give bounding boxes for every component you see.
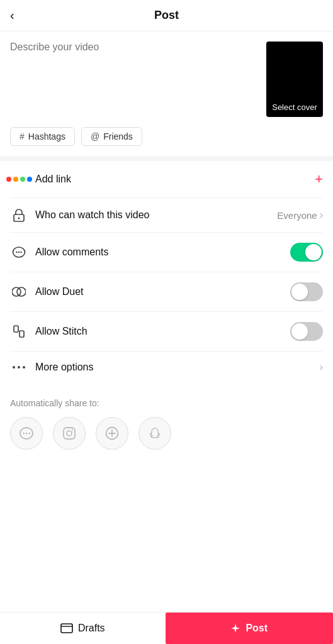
who-can-watch-right: Everyone › — [277, 209, 323, 221]
toggle-thumb-duet — [291, 284, 308, 300]
sparkle-icon — [230, 623, 240, 633]
more-options-label: More options — [35, 362, 320, 373]
more-options-icon — [10, 365, 28, 369]
more-options-right: › — [320, 362, 323, 373]
page-title: Post — [154, 9, 179, 22]
header: ‹ Post — [0, 0, 333, 31]
svg-point-16 — [28, 433, 30, 435]
link-icon — [10, 177, 28, 182]
svg-point-7 — [17, 287, 26, 296]
messages-share-button[interactable] — [10, 417, 43, 450]
add-link-row[interactable]: Add link + — [10, 161, 323, 198]
drafts-button[interactable]: Drafts — [0, 613, 166, 644]
more-options-row[interactable]: More options › — [10, 352, 323, 383]
allow-comments-label: Allow comments — [35, 247, 290, 258]
svg-point-14 — [23, 433, 25, 435]
allow-stitch-row: Allow Stitch — [10, 312, 323, 352]
who-can-watch-label: Who can watch this video — [35, 209, 277, 221]
tag-row: # Hashtags @ Friends — [0, 127, 333, 156]
svg-rect-9 — [20, 331, 24, 337]
svg-point-1 — [18, 218, 20, 219]
stitch-icon — [10, 325, 28, 338]
svg-point-5 — [20, 252, 21, 253]
description-area: Select cover — [0, 31, 333, 127]
more-options-chevron-icon: › — [320, 362, 323, 373]
who-can-watch-value: Everyone — [277, 210, 317, 221]
allow-stitch-toggle[interactable] — [290, 322, 323, 341]
svg-rect-23 — [61, 624, 72, 633]
svg-point-11 — [18, 366, 20, 369]
toggle-thumb — [305, 244, 322, 260]
svg-point-6 — [12, 287, 21, 296]
comment-icon — [10, 246, 28, 258]
svg-point-4 — [18, 252, 20, 253]
chevron-icon: › — [320, 209, 323, 221]
svg-point-18 — [67, 431, 72, 436]
back-button[interactable]: ‹ — [10, 8, 14, 23]
hashtag-icon: # — [20, 131, 25, 142]
who-can-watch-row[interactable]: Who can watch this video Everyone › — [10, 198, 323, 233]
add-link-label: Add link — [35, 174, 315, 185]
duet-icon — [10, 286, 28, 298]
friends-button[interactable]: @ Friends — [81, 127, 142, 146]
hashtags-button[interactable]: # Hashtags — [10, 127, 75, 146]
add-link-plus-icon[interactable]: + — [315, 171, 323, 187]
share-label: Automatically share to: — [10, 398, 323, 408]
allow-comments-row: Allow comments — [10, 233, 323, 272]
post-label: Post — [246, 623, 268, 634]
toggle-thumb-stitch — [291, 323, 308, 340]
dot-green — [20, 177, 25, 182]
dot-orange — [13, 177, 18, 182]
instagram-share-button[interactable] — [53, 417, 86, 450]
allow-duet-toggle[interactable] — [290, 282, 323, 301]
drafts-label: Drafts — [78, 623, 105, 634]
svg-point-3 — [16, 252, 17, 253]
allow-duet-label: Allow Duet — [35, 286, 290, 297]
snapchat-share-button[interactable] — [138, 417, 171, 450]
svg-point-19 — [72, 430, 73, 431]
add-share-button[interactable] — [96, 417, 128, 450]
share-section: Automatically share to: — [0, 383, 333, 460]
hashtags-label: Hashtags — [28, 131, 65, 142]
post-button[interactable]: Post — [166, 613, 334, 644]
section-divider — [0, 156, 333, 161]
svg-point-15 — [26, 433, 28, 435]
svg-rect-17 — [64, 428, 75, 439]
share-icons-row — [10, 417, 323, 450]
svg-rect-8 — [14, 326, 18, 332]
select-cover-label: Select cover — [272, 103, 317, 112]
friends-label: Friends — [103, 131, 133, 142]
allow-comments-toggle[interactable] — [290, 243, 323, 262]
bottom-bar: Drafts Post — [0, 612, 333, 644]
svg-point-12 — [23, 366, 25, 369]
drafts-icon — [60, 623, 73, 633]
dot-red — [6, 177, 11, 182]
allow-stitch-label: Allow Stitch — [35, 326, 290, 337]
list-section: Add link + Who can watch this video Ever… — [0, 161, 333, 383]
video-cover[interactable]: Select cover — [266, 42, 323, 117]
description-input[interactable] — [10, 42, 259, 117]
at-icon: @ — [91, 131, 99, 142]
allow-duet-row: Allow Duet — [10, 272, 323, 312]
lock-icon — [10, 208, 28, 222]
dots-icon — [6, 177, 32, 182]
svg-point-10 — [13, 366, 15, 369]
dot-blue — [27, 177, 32, 182]
